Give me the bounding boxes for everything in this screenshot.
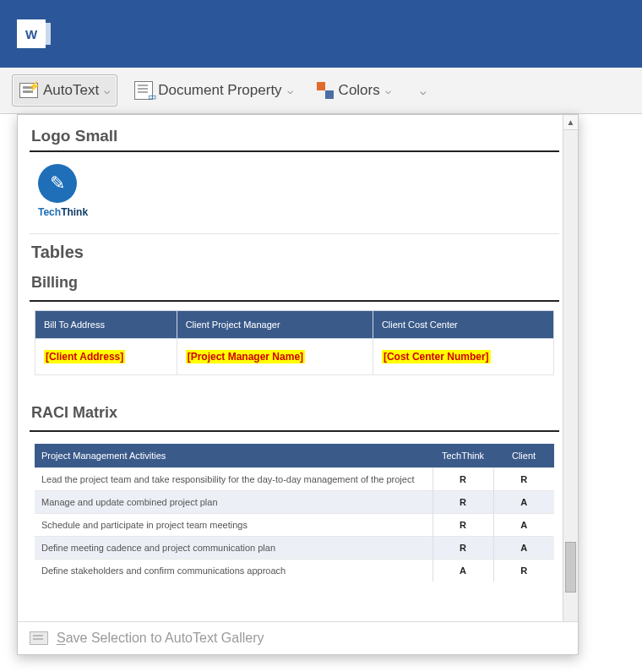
raci-header-col1: TechThink <box>433 444 493 468</box>
billing-header: Bill To Address <box>35 311 177 339</box>
autotext-gallery-dropdown: ▲ Logo Small ✎ TechThink Tables Billing <box>17 114 579 655</box>
raci-activity: Schedule and participate in project team… <box>35 514 433 537</box>
billing-header: Client Project Manager <box>177 311 373 339</box>
chevron-down-icon: ⌵ <box>385 85 391 96</box>
logo-brand-part-1: Tech <box>38 206 61 218</box>
raci-cell: R <box>493 560 554 582</box>
word-app-icon: W <box>17 19 46 48</box>
document-property-label: Document Property <box>158 82 281 99</box>
scroll-up-arrow-icon[interactable]: ▲ <box>563 115 578 130</box>
ribbon: ⚡ AutoText ⌵ ▭ Document Property ⌵ Color… <box>0 68 642 114</box>
gallery-entry-billing[interactable]: Bill To Address Client Project Manager C… <box>30 300 559 382</box>
save-selection-to-autotext[interactable]: Save Selection to AutoText Gallery <box>18 621 578 654</box>
gallery-entry-title-raci: RACI Matrix <box>31 404 559 422</box>
raci-cell: A <box>493 514 554 537</box>
colors-label: Colors <box>339 82 380 99</box>
overflow-chevron-icon: ⌵ <box>415 85 432 97</box>
raci-activity: Manage and update combined project plan <box>35 491 433 514</box>
billing-placeholder: [Cost Center Number] <box>382 350 491 363</box>
raci-activity: Define stakeholders and confirm communic… <box>35 560 433 582</box>
title-bar: W <box>0 0 642 68</box>
gallery-entry-title-billing: Billing <box>31 274 559 292</box>
word-app-letter: W <box>25 27 37 41</box>
table-row: Schedule and participate in project team… <box>35 514 554 537</box>
autotext-label: AutoText <box>43 82 99 99</box>
scroll-thumb[interactable] <box>565 542 576 593</box>
save-gallery-icon <box>30 631 48 645</box>
billing-placeholder: [Client Address] <box>44 350 125 363</box>
ribbon-overflow-button[interactable]: ⌵ <box>408 74 438 107</box>
raci-header-col2: Client <box>493 444 554 468</box>
raci-cell: A <box>433 560 493 582</box>
table-row: Bill To Address Client Project Manager C… <box>35 311 554 339</box>
raci-cell: R <box>493 468 554 491</box>
autotext-icon: ⚡ <box>19 83 38 98</box>
bulb-icon: ✎ <box>38 164 77 203</box>
logo-brand-text: TechThink <box>38 206 88 218</box>
table-row: Define stakeholders and confirm communic… <box>35 560 554 582</box>
document-property-button[interactable]: ▭ Document Property ⌵ <box>128 74 299 107</box>
accelerator-letter: S <box>57 631 66 645</box>
logo-brand-part-2: Think <box>61 206 88 218</box>
gallery-category-tables: Tables <box>31 243 559 262</box>
raci-cell: A <box>493 537 554 560</box>
logo-preview: ✎ TechThink <box>35 161 554 221</box>
table-row: Project Management Activities TechThink … <box>35 444 554 468</box>
raci-table: Project Management Activities TechThink … <box>35 444 554 582</box>
gallery-entry-title-logo: Logo Small <box>31 127 559 145</box>
table-row: Manage and update combined project plan … <box>35 491 554 514</box>
table-row: Lead the project team and take responsib… <box>35 468 554 491</box>
save-selection-label-rest: ave Selection to AutoText Gallery <box>66 631 264 645</box>
raci-cell: R <box>433 514 493 537</box>
divider <box>30 233 559 234</box>
raci-activity: Lead the project team and take responsib… <box>35 468 433 491</box>
raci-header-activities: Project Management Activities <box>35 444 433 468</box>
billing-placeholder: [Project Manager Name] <box>186 350 305 363</box>
gallery-entry-logo-small[interactable]: ✎ TechThink <box>30 150 559 228</box>
colors-button[interactable]: Colors ⌵ <box>310 74 398 107</box>
chevron-down-icon: ⌵ <box>104 85 110 96</box>
billing-header: Client Cost Center <box>373 311 553 339</box>
raci-cell: R <box>433 468 493 491</box>
raci-cell: R <box>433 537 493 560</box>
billing-table: Bill To Address Client Project Manager C… <box>35 310 554 375</box>
autotext-button[interactable]: ⚡ AutoText ⌵ <box>12 74 117 107</box>
save-selection-label: Save Selection to AutoText Gallery <box>57 631 264 646</box>
raci-cell: A <box>493 491 554 514</box>
table-row: [Client Address] [Project Manager Name] … <box>35 339 554 375</box>
gallery-scroll-area: ▲ Logo Small ✎ TechThink Tables Billing <box>18 115 578 621</box>
document-property-icon: ▭ <box>134 81 153 100</box>
scrollbar[interactable]: ▲ <box>563 115 578 621</box>
raci-activity: Define meeting cadence and project commu… <box>35 537 433 560</box>
chevron-down-icon: ⌵ <box>287 85 293 96</box>
table-row: Define meeting cadence and project commu… <box>35 537 554 560</box>
raci-cell: R <box>433 491 493 514</box>
gallery-entry-raci[interactable]: Project Management Activities TechThink … <box>30 430 559 582</box>
colors-icon <box>317 82 334 99</box>
